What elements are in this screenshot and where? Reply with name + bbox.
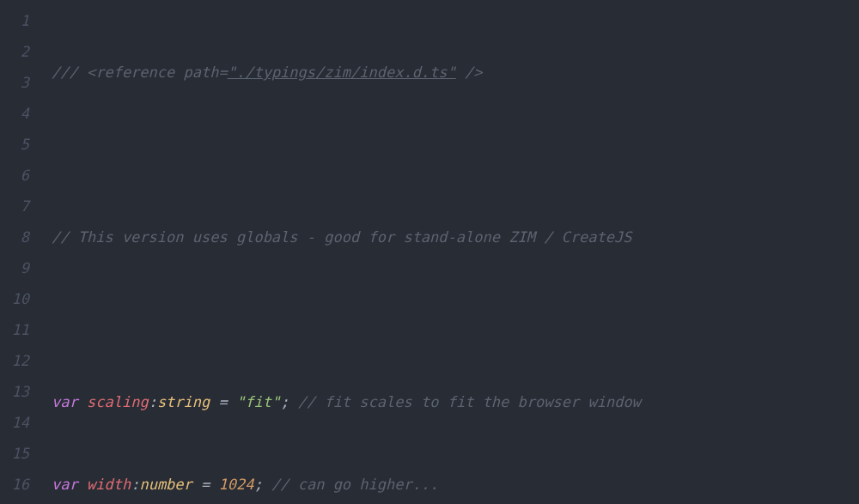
line-number: 1: [0, 5, 40, 36]
keyword-var: var: [52, 476, 78, 493]
line-number: 12: [0, 345, 40, 376]
comment: /// <reference path=: [52, 64, 228, 81]
comment: // This version uses globals - good for …: [52, 228, 632, 246]
comment: // fit scales to fit the browser window: [298, 393, 641, 410]
line-number: 9: [0, 252, 40, 283]
number-literal: 1024: [219, 476, 254, 493]
line-number: 3: [0, 67, 40, 98]
code-line[interactable]: var width:number = 1024; // can go highe…: [52, 469, 859, 500]
type: number: [139, 476, 192, 493]
comment: // can go higher...: [271, 476, 438, 493]
keyword-var: var: [52, 393, 78, 410]
line-number: 14: [0, 407, 40, 438]
code-line[interactable]: [52, 304, 859, 335]
comment: />: [456, 64, 483, 81]
line-number: 11: [0, 314, 40, 345]
line-number: 13: [0, 376, 40, 407]
code-editor[interactable]: 1 2 3 4 5 6 7 8 9 10 11 12 13 14 15 16 /…: [0, 0, 859, 504]
identifier: scaling: [87, 393, 149, 410]
line-number: 5: [0, 129, 40, 160]
code-line[interactable]: var scaling:string = "fit"; // fit scale…: [52, 386, 859, 417]
code-line[interactable]: // This version uses globals - good for …: [52, 222, 859, 252]
line-number: 15: [0, 438, 40, 469]
line-number: 7: [0, 191, 40, 222]
reference-path: "./typings/zim/index.d.ts": [228, 64, 456, 81]
line-number: 4: [0, 98, 40, 129]
string-literal: "fit": [236, 393, 280, 410]
code-area[interactable]: /// <reference path="./typings/zim/index…: [40, 0, 859, 504]
line-number: 16: [0, 469, 40, 500]
line-number: 8: [0, 222, 40, 252]
code-line[interactable]: [52, 139, 859, 170]
line-number: 10: [0, 283, 40, 314]
line-number: 2: [0, 36, 40, 67]
code-line[interactable]: /// <reference path="./typings/zim/index…: [52, 57, 859, 88]
line-number: 6: [0, 160, 40, 191]
line-number-gutter: 1 2 3 4 5 6 7 8 9 10 11 12 13 14 15 16: [0, 0, 40, 504]
type: string: [157, 393, 210, 410]
identifier: width: [87, 476, 131, 493]
